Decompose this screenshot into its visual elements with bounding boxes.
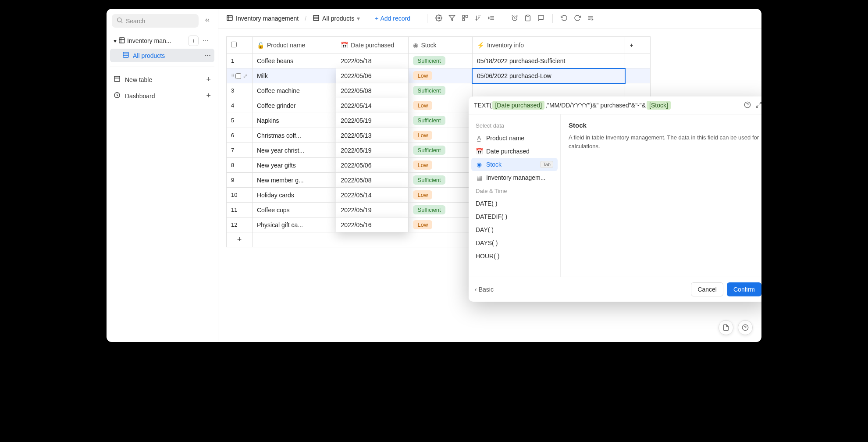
cell-stock[interactable]: Low bbox=[409, 68, 473, 83]
cell-product[interactable]: Coffee cups bbox=[253, 203, 336, 217]
cell-date[interactable]: 2022/05/08 bbox=[336, 83, 409, 98]
cell-date[interactable]: 2022/05/14 bbox=[336, 98, 409, 113]
cell-date[interactable]: 2022/05/19 bbox=[336, 203, 409, 217]
view-more-icon[interactable]: ⋯ bbox=[205, 52, 211, 59]
new-table-row[interactable]: New table + bbox=[110, 71, 214, 88]
row-number-cell[interactable]: 11 bbox=[227, 203, 253, 217]
help-icon[interactable] bbox=[744, 101, 751, 110]
collapse-sidebar-icon[interactable] bbox=[202, 15, 213, 27]
cell-stock[interactable]: Low bbox=[409, 98, 473, 113]
cell-date[interactable]: 2022/05/06 bbox=[336, 158, 409, 173]
sidebar-view-row[interactable]: All products ⋯ bbox=[110, 49, 214, 62]
cell-product[interactable]: New member g... bbox=[253, 173, 336, 188]
cell-product[interactable]: Coffee machine bbox=[253, 83, 336, 98]
comment-icon[interactable] bbox=[537, 14, 544, 23]
row-number-cell[interactable]: 12 bbox=[227, 217, 253, 232]
expand-icon[interactable] bbox=[755, 101, 761, 110]
cell-date[interactable]: 2022/05/19 bbox=[336, 143, 409, 158]
cell-date[interactable]: 2022/05/13 bbox=[336, 128, 409, 143]
cell-stock[interactable]: Low bbox=[409, 188, 473, 203]
row-number-cell[interactable]: 6 bbox=[227, 128, 253, 143]
plus-icon[interactable]: + bbox=[206, 75, 211, 84]
cell-product[interactable]: Christmas coff... bbox=[253, 128, 336, 143]
cell-stock[interactable]: Sufficient bbox=[409, 53, 473, 68]
row-checkbox[interactable] bbox=[235, 73, 241, 79]
add-record-button[interactable]: + Add record bbox=[375, 15, 410, 22]
help-float-button[interactable] bbox=[738, 320, 753, 335]
clipboard-icon[interactable] bbox=[524, 14, 531, 23]
field-item-stock[interactable]: ◉StockTab bbox=[471, 158, 558, 171]
function-item[interactable]: DATE( ) bbox=[471, 197, 558, 210]
group-icon[interactable] bbox=[462, 14, 469, 23]
table-row[interactable]: 3Coffee machine2022/05/08Sufficient bbox=[227, 83, 651, 98]
expand-row-icon[interactable]: ⤢ bbox=[243, 73, 248, 79]
sidebar-table-row[interactable]: ▾ Inventory man... + ⋯ bbox=[110, 33, 214, 49]
row-number-cell[interactable]: 5 bbox=[227, 113, 253, 128]
basic-mode-button[interactable]: ‹ Basic bbox=[475, 286, 494, 293]
cell-date[interactable]: 2022/05/06 bbox=[336, 68, 409, 83]
cell-product[interactable]: Physical gift ca... bbox=[253, 217, 336, 232]
add-column-button[interactable]: + bbox=[625, 37, 651, 53]
plus-icon[interactable]: + bbox=[206, 91, 211, 100]
cell-date[interactable]: 2022/05/08 bbox=[336, 173, 409, 188]
row-number-cell[interactable]: 3 bbox=[227, 83, 253, 98]
cell-stock[interactable]: Sufficient bbox=[409, 203, 473, 217]
cell-product[interactable]: Holiday cards bbox=[253, 188, 336, 203]
field-item-date[interactable]: 📅Date purchased bbox=[471, 145, 558, 158]
select-all-checkbox[interactable] bbox=[231, 42, 237, 47]
function-item[interactable]: DAYS( ) bbox=[471, 236, 558, 250]
undo-icon[interactable] bbox=[561, 14, 568, 23]
row-number-cell[interactable]: ⠿ ⤢ bbox=[227, 68, 253, 83]
function-item[interactable]: DAY( ) bbox=[471, 223, 558, 236]
add-row-plus[interactable]: + bbox=[227, 232, 253, 247]
cell-info[interactable]: 05/18/2022 purchased-Sufficient bbox=[472, 53, 625, 68]
column-stock[interactable]: ◉Stock bbox=[409, 37, 473, 53]
function-item[interactable]: DATEDIF( ) bbox=[471, 210, 558, 223]
filter-icon[interactable] bbox=[448, 14, 455, 23]
table-row[interactable]: ⠿ ⤢Milk2022/05/06Low05/06/2022 purchased… bbox=[227, 68, 651, 83]
cell-product[interactable]: Milk bbox=[253, 68, 336, 83]
cell-stock[interactable]: Sufficient bbox=[409, 173, 473, 188]
cell-date[interactable]: 2022/05/14 bbox=[336, 188, 409, 203]
cell-product[interactable]: Coffee beans bbox=[253, 53, 336, 68]
cell-info[interactable] bbox=[472, 83, 625, 98]
column-info[interactable]: ⚡Inventory info bbox=[472, 37, 625, 53]
row-number-cell[interactable]: 7 bbox=[227, 143, 253, 158]
cell-date[interactable]: 2022/05/19 bbox=[336, 113, 409, 128]
row-number-cell[interactable]: 10 bbox=[227, 188, 253, 203]
cell-stock[interactable]: Sufficient bbox=[409, 113, 473, 128]
cell-product[interactable]: New year christ... bbox=[253, 143, 336, 158]
cancel-button[interactable]: Cancel bbox=[691, 282, 723, 296]
cell-date[interactable]: 2022/05/16 bbox=[336, 217, 409, 232]
doc-float-button[interactable] bbox=[719, 320, 733, 335]
field-item-inventory[interactable]: ▦Inventory managem... bbox=[471, 171, 558, 184]
dashboard-row[interactable]: Dashboard + bbox=[110, 88, 214, 104]
row-height-icon[interactable] bbox=[488, 14, 495, 23]
cell-stock[interactable]: Sufficient bbox=[409, 83, 473, 98]
column-product[interactable]: 🔒Product name bbox=[253, 37, 336, 53]
reminder-icon[interactable] bbox=[511, 14, 518, 23]
search-input[interactable]: Search bbox=[112, 14, 199, 28]
automation-icon[interactable] bbox=[587, 14, 594, 23]
cell-product[interactable]: Coffee grinder bbox=[253, 98, 336, 113]
cell-info[interactable]: 05/06/2022 purchased-Low bbox=[472, 68, 625, 83]
table-more-icon[interactable]: ⋯ bbox=[200, 36, 211, 46]
row-number-cell[interactable]: 9 bbox=[227, 173, 253, 188]
cell-stock[interactable]: Low bbox=[409, 217, 473, 232]
table-row[interactable]: 1Coffee beans2022/05/18Sufficient05/18/2… bbox=[227, 53, 651, 68]
cell-stock[interactable]: Low bbox=[409, 158, 473, 173]
drag-handle-icon[interactable]: ⠿ bbox=[231, 73, 234, 79]
cell-date[interactable]: 2022/05/18 bbox=[336, 53, 409, 68]
row-number-cell[interactable]: 4 bbox=[227, 98, 253, 113]
breadcrumb-table[interactable]: Inventory management bbox=[226, 14, 299, 23]
row-number-cell[interactable]: 8 bbox=[227, 158, 253, 173]
formula-input-bar[interactable]: TEXT( [Date purchased] ,"MM/DD/YYYY")&" … bbox=[469, 96, 761, 114]
gear-icon[interactable] bbox=[435, 14, 442, 23]
cell-stock[interactable]: Sufficient bbox=[409, 143, 473, 158]
sort-icon[interactable] bbox=[475, 14, 482, 23]
column-date[interactable]: 📅Date purchased bbox=[336, 37, 409, 53]
redo-icon[interactable] bbox=[574, 14, 581, 23]
add-view-button[interactable]: + bbox=[188, 36, 199, 46]
cell-stock[interactable]: Low bbox=[409, 128, 473, 143]
breadcrumb-view[interactable]: All products ▾ bbox=[313, 14, 360, 23]
